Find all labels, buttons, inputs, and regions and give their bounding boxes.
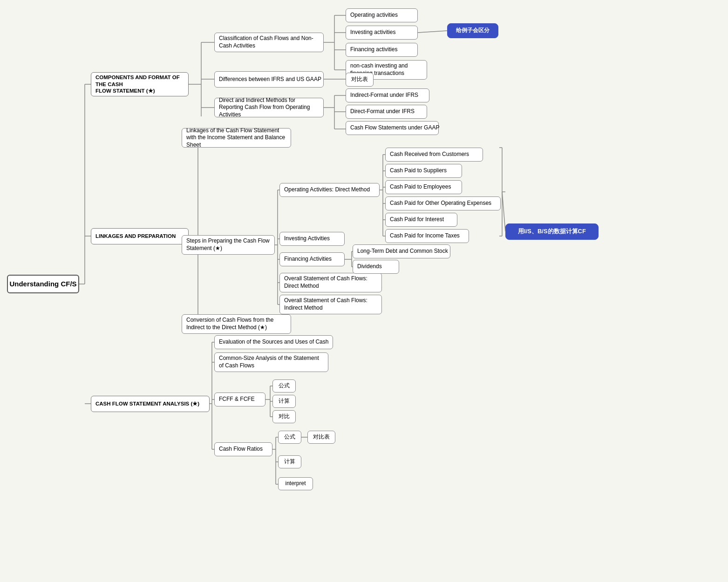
mindmap-canvas: Understanding CF/S COMPONENTS AND FORMAT…: [0, 0, 728, 582]
svg-line-67: [418, 31, 447, 33]
fcff-compare-node: 对比: [272, 410, 296, 423]
fcff-calc-node: 计算: [272, 395, 296, 408]
svg-line-68: [502, 192, 505, 231]
fin-node: Financing activities: [346, 43, 418, 57]
longterm-node: Long-Term Debt and Common Stock: [353, 244, 450, 258]
investing-act-node: Investing Activities: [279, 232, 345, 246]
gaap-cf-node: Cash Flow Statements under GAAP: [346, 121, 439, 135]
badge-calc-cf: 用I/S、B/S的数据计算CF: [505, 223, 599, 240]
cf-ratios-node: Cash Flow Ratios: [214, 442, 272, 456]
root-node: Understanding CF/S: [7, 275, 79, 293]
classif-node: Classification of Cash Flows and Non-Cas…: [214, 33, 324, 52]
ratio-calc-node: 计算: [278, 455, 301, 468]
cash-recv-node: Cash Received from Customers: [385, 148, 483, 162]
direct-ifrs-node: Direct-Format under IFRS: [346, 105, 427, 119]
fcff-fcfe-node: FCFF & FCFE: [214, 393, 265, 406]
inv-node: Investing activities: [346, 26, 418, 40]
cash-interest-node: Cash Paid for Interest: [385, 213, 457, 227]
financing-act-node: Financing Activities: [279, 252, 345, 266]
cash-employees-node: Cash Paid to Employees: [385, 180, 462, 194]
directindirect-node: Direct and Indirect Methods for Reportin…: [214, 98, 324, 117]
oper-node: Operating activities: [346, 8, 418, 22]
conversion-node: Conversion of Cash Flows from the Indire…: [182, 314, 291, 334]
diff-node: Differences between IFRS and US GAAP: [214, 71, 324, 88]
steps-node: Steps in Preparing the Cash Flow Stateme…: [182, 235, 275, 255]
linkages-node: Linkages of the Cash Flow Statement with…: [182, 128, 291, 148]
fcff-formula-node: 公式: [272, 379, 296, 393]
cash-other-node: Cash Paid for Other Operating Expenses: [385, 196, 501, 210]
oper-direct-node: Operating Activities: Direct Method: [279, 183, 380, 197]
link-node: LINKAGES AND PREPARATION: [91, 228, 189, 244]
comp-node: COMPONENTS AND FORMAT OF THE CASHFLOW ST…: [91, 72, 189, 96]
common-size-node: Common-Size Analysis of the Statement of…: [214, 352, 328, 372]
cash-tax-node: Cash Paid for Income Taxes: [385, 229, 469, 243]
compare-table-node: 对比表: [307, 431, 335, 444]
dividends-node: Dividends: [353, 260, 399, 274]
cash-suppliers-node: Cash Paid to Suppliers: [385, 164, 462, 178]
ratio-interpret-node: interpret: [278, 477, 313, 490]
indirect-ifrs-node: Indirect-Format under IFRS: [346, 88, 429, 102]
eval-node: Evaluation of the Sources and Uses of Ca…: [214, 335, 333, 349]
compare-node: 对比表: [346, 73, 374, 87]
badge-give-example: 给例子会区分: [447, 23, 498, 38]
ratio-formula-node: 公式: [278, 431, 301, 444]
anal-node: CASH FLOW STATEMENT ANALYSIS (★): [91, 396, 210, 412]
overall-indirect-node: Overall Statement of Cash Flows: Indirec…: [279, 295, 382, 314]
overall-direct-node: Overall Statement of Cash Flows: Direct …: [279, 273, 382, 292]
